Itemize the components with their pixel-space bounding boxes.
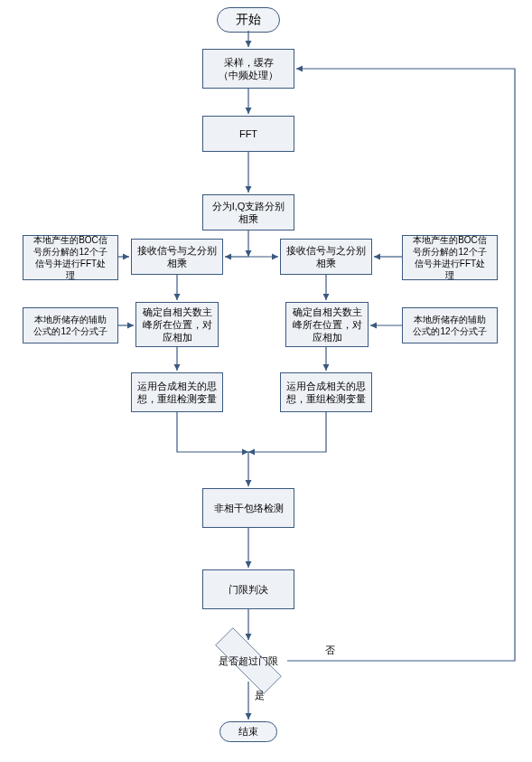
process-split-iq: 分为I,Q支路分别 相乘 — [202, 194, 294, 230]
left-locate-peak: 确定自相关数主 峰所在位置，对 应相加 — [135, 302, 219, 347]
decision-threshold: 是否超过门限 — [208, 638, 289, 683]
edge-no-label: 否 — [325, 644, 335, 657]
right-recombine: 运用合成相关的思 想，重组检测变量 — [280, 372, 372, 412]
left-recombine: 运用合成相关的思 想，重组检测变量 — [131, 372, 223, 412]
edge-yes-label: 是 — [255, 689, 265, 702]
left-boc-gen: 本地产生的BOC信 号所分解的12个子 信号并进行FFT处 理 — [23, 235, 118, 280]
process-threshold: 门限判决 — [202, 569, 294, 609]
right-stored-aux: 本地所储存的辅助 公式的12个分式子 — [402, 307, 498, 343]
decision-label: 是否超过门限 — [219, 654, 278, 668]
process-fft: FFT — [202, 116, 294, 152]
left-stored-aux: 本地所储存的辅助 公式的12个分式子 — [23, 307, 118, 343]
right-boc-gen: 本地产生的BOC信 号所分解的12个子 信号并进行FFT处 理 — [402, 235, 498, 280]
process-envelope: 非相干包络检测 — [202, 488, 294, 528]
process-sample-cache: 采样，缓存 （中频处理） — [202, 49, 294, 89]
right-rx-mult: 接收信号与之分别 相乘 — [280, 239, 372, 275]
end-terminator: 结束 — [219, 721, 277, 742]
start-terminator: 开始 — [217, 7, 280, 33]
left-rx-mult: 接收信号与之分别 相乘 — [131, 239, 223, 275]
right-locate-peak: 确定自相关数主 峰所在位置，对 应相加 — [285, 302, 369, 347]
